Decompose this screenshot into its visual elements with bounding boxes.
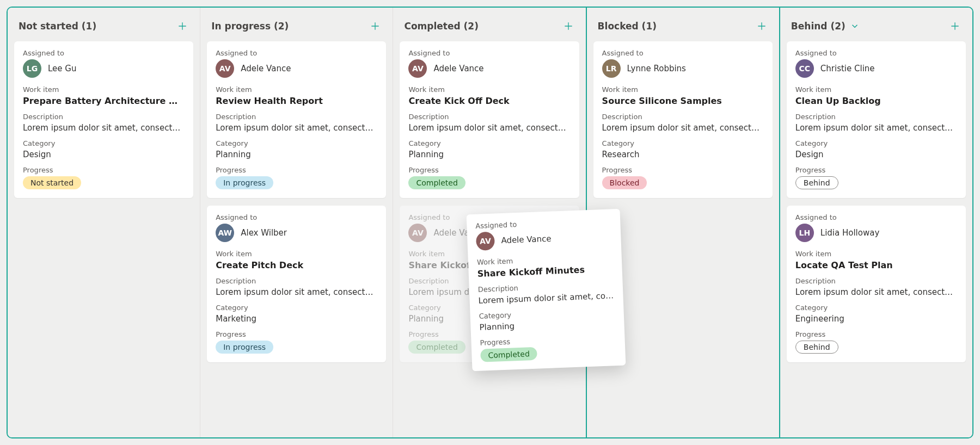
category-text: Engineering <box>795 314 957 324</box>
kanban-column: Behind (2) Assigned to CC Christie Cline… <box>780 8 972 437</box>
work-item-title: Source Silicone Samples <box>602 96 764 106</box>
progress-label: Progress <box>480 333 616 347</box>
assignee-name: Christie Cline <box>820 64 875 73</box>
work-item-title: Create Kick Off Deck <box>408 96 570 106</box>
category-text: Design <box>795 150 957 159</box>
column-title-text: Not started (1) <box>19 21 96 32</box>
progress-label: Progress <box>408 166 570 174</box>
assignee-row: CC Christie Cline <box>795 59 957 78</box>
column-title[interactable]: Blocked (1) <box>598 21 657 32</box>
assigned-to-label: Assigned to <box>216 49 377 57</box>
progress-chip: Behind <box>795 176 838 189</box>
add-card-button[interactable] <box>947 18 963 34</box>
card-list: Assigned to CC Christie Cline Work item … <box>786 41 967 362</box>
category-label: Category <box>23 139 185 147</box>
work-item-label: Work item <box>216 85 377 94</box>
progress-label: Progress <box>23 166 185 174</box>
assignee-row: LR Lynne Robbins <box>602 59 764 78</box>
assigned-to-label: Assigned to <box>216 213 377 221</box>
kanban-card[interactable]: Assigned to AV Adele Vance Work item Cre… <box>400 41 579 198</box>
card-list: Assigned to AV Adele Vance Work item Rev… <box>206 41 387 362</box>
progress-label: Progress <box>795 330 957 338</box>
kanban-board: Not started (1) Assigned to LG Lee Gu Wo… <box>7 7 973 438</box>
category-label: Category <box>216 139 377 147</box>
description-label: Description <box>216 277 377 285</box>
plus-icon <box>177 21 188 32</box>
description-label: Description <box>216 113 377 121</box>
assignee-name: Adele Vance <box>433 64 483 73</box>
kanban-card[interactable]: Assigned to CC Christie Cline Work item … <box>787 41 966 198</box>
progress-label: Progress <box>216 166 377 174</box>
category-text: Planning <box>408 150 570 159</box>
column-header: Not started (1) <box>13 14 194 41</box>
assignee-row: AV Adele Vance <box>216 59 377 78</box>
avatar: CC <box>795 59 814 78</box>
assignee-row: LG Lee Gu <box>23 59 185 78</box>
work-item-label: Work item <box>23 85 185 94</box>
kanban-card[interactable]: Assigned to LG Lee Gu Work item Prepare … <box>14 41 193 198</box>
column-title[interactable]: Behind (2) <box>791 21 860 32</box>
avatar: AW <box>216 224 234 242</box>
add-card-button[interactable] <box>561 18 576 34</box>
work-item-label: Work item <box>602 85 764 94</box>
work-item-label: Work item <box>216 250 377 258</box>
description-label: Description <box>795 113 957 121</box>
column-title[interactable]: In progress (2) <box>211 21 289 32</box>
assigned-to-label: Assigned to <box>795 49 957 57</box>
progress-chip: Behind <box>795 341 838 354</box>
category-label: Category <box>795 139 957 147</box>
assignee-name: Adele Vance <box>241 64 291 73</box>
assignee-row: AV Adele Vance <box>476 227 612 251</box>
avatar: AV <box>216 59 234 78</box>
work-item-label: Work item <box>408 85 570 94</box>
assignee-name: Lidia Holloway <box>820 228 879 238</box>
description-label: Description <box>408 113 570 121</box>
description-label: Description <box>602 113 764 121</box>
avatar: LH <box>795 224 814 242</box>
add-card-button[interactable] <box>175 18 190 34</box>
assignee-name: Lynne Robbins <box>627 64 686 73</box>
assignee-row: AW Alex Wilber <box>216 224 377 242</box>
category-text: Planning <box>216 150 377 159</box>
progress-chip: Completed <box>408 176 465 189</box>
work-item-title: Create Pitch Deck <box>216 260 377 270</box>
progress-chip: In progress <box>216 341 273 354</box>
work-item-title: Clean Up Backlog <box>795 96 957 106</box>
category-label: Category <box>795 304 957 312</box>
assigned-to-label: Assigned to <box>602 49 764 57</box>
plus-icon <box>756 21 767 32</box>
assigned-to-label: Assigned to <box>23 49 185 57</box>
avatar: AV <box>408 59 427 78</box>
assigned-to-label: Assigned to <box>408 49 570 57</box>
work-item-title: Review Health Report <box>216 96 377 106</box>
add-card-button[interactable] <box>367 18 383 34</box>
description-label: Description <box>795 277 957 285</box>
kanban-card[interactable]: Assigned to AV Adele Vance Work item Rev… <box>207 41 386 198</box>
description-text: Lorem ipsum dolor sit amet, consecte… <box>408 123 570 133</box>
chevron-down-icon[interactable] <box>850 21 860 31</box>
description-text: Lorem ipsum dolor sit amet, consecte… <box>795 123 957 133</box>
column-title-text: In progress (2) <box>211 21 289 32</box>
category-label: Category <box>216 304 377 312</box>
add-card-button[interactable] <box>754 18 769 34</box>
avatar: AV <box>408 224 427 242</box>
column-title[interactable]: Not started (1) <box>19 21 96 32</box>
column-title[interactable]: Completed (2) <box>404 21 479 32</box>
kanban-column: Not started (1) Assigned to LG Lee Gu Wo… <box>8 8 200 437</box>
card-list: Assigned to LR Lynne Robbins Work item S… <box>592 41 774 198</box>
progress-chip: In progress <box>216 176 273 189</box>
kanban-column: In progress (2) Assigned to AV Adele Van… <box>200 8 393 437</box>
dragging-card[interactable]: Assigned to AV Adele Vance Work item Sha… <box>467 209 626 372</box>
category-label: Category <box>602 139 764 147</box>
kanban-card[interactable]: Assigned to AW Alex Wilber Work item Cre… <box>207 206 386 362</box>
category-label: Category <box>408 139 570 147</box>
category-text: Research <box>602 150 764 159</box>
category-text: Design <box>23 150 185 159</box>
progress-chip: Blocked <box>602 176 647 189</box>
progress-label: Progress <box>795 166 957 174</box>
progress-chip: Completed <box>480 347 537 362</box>
kanban-card[interactable]: Assigned to LR Lynne Robbins Work item S… <box>593 41 773 198</box>
assignee-name: Alex Wilber <box>241 228 287 238</box>
work-item-title: Locate QA Test Plan <box>795 260 957 270</box>
kanban-card[interactable]: Assigned to LH Lidia Holloway Work item … <box>787 206 966 362</box>
